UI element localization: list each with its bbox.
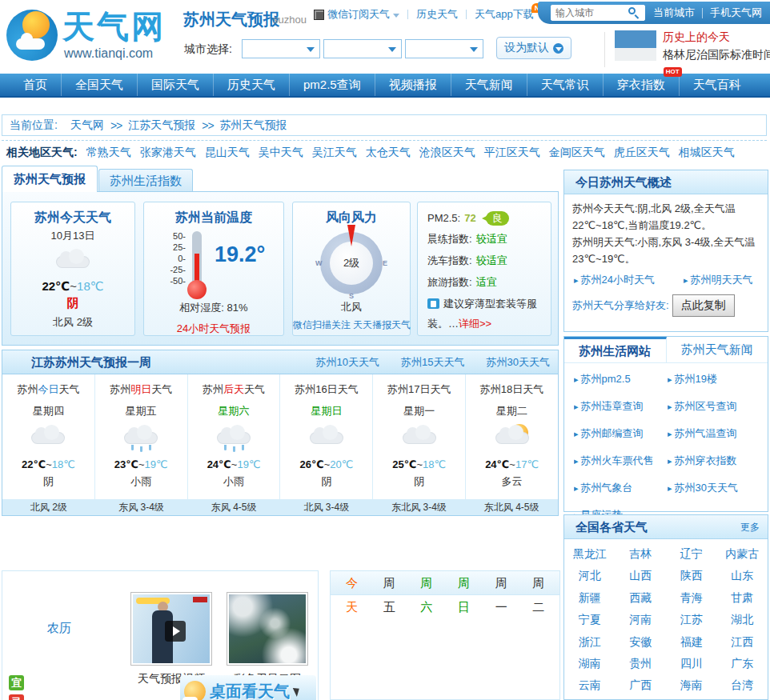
province-link[interactable]: 湖北 bbox=[717, 609, 768, 630]
province-link[interactable]: 辽宁 bbox=[666, 543, 717, 565]
province-link[interactable]: 江苏 bbox=[666, 609, 717, 630]
nav-item[interactable]: 全国天气 bbox=[62, 74, 138, 96]
forecast-day-column[interactable]: 苏州17日天气 星期一 25℃~18℃ 阴 bbox=[373, 374, 466, 499]
life-link[interactable]: 苏州区号查询 bbox=[668, 394, 761, 418]
tab-weather-forecast[interactable]: 苏州天气预报 bbox=[2, 166, 98, 192]
province-link[interactable]: 湖南 bbox=[564, 653, 616, 674]
day-tab[interactable]: 周六 bbox=[410, 571, 447, 594]
province-link[interactable]: 江西 bbox=[717, 631, 768, 653]
province-link[interactable]: 山东 bbox=[717, 565, 768, 586]
life-link[interactable]: 苏州30天天气 bbox=[668, 476, 761, 500]
district-select[interactable] bbox=[405, 39, 483, 58]
nav-item[interactable]: 视频播报 bbox=[375, 74, 451, 96]
forecast-day-column[interactable]: 苏州18日天气 星期二 24℃~17℃ 多云 bbox=[466, 374, 558, 499]
mobile-site-link[interactable]: 手机天气网 bbox=[710, 6, 762, 20]
tab-life-sites[interactable]: 苏州生活网站 bbox=[564, 337, 667, 362]
province-link[interactable]: 陕西 bbox=[666, 565, 717, 586]
forecast-day-column[interactable]: 苏州明日天气 星期五 23℃~19℃ 小雨 bbox=[95, 374, 188, 499]
province-link[interactable]: 山西 bbox=[616, 565, 667, 586]
history-weather-link[interactable]: 历史天气 bbox=[416, 7, 458, 22]
day-tab[interactable]: 周五 bbox=[373, 571, 411, 594]
province-link[interactable]: 安徽 bbox=[616, 631, 667, 653]
life-link[interactable]: 苏州邮编查询 bbox=[574, 422, 668, 446]
tab-life-index[interactable]: 苏州生活指数 bbox=[98, 169, 193, 192]
life-link[interactable]: 苏州pm2.5 bbox=[574, 367, 668, 391]
life-link[interactable]: 苏州火车票代售 bbox=[574, 449, 668, 473]
breadcrumb-link[interactable]: 苏州天气预报 bbox=[220, 118, 287, 133]
history-today-thumbnail[interactable] bbox=[615, 30, 656, 61]
satellite-thumbnail[interactable] bbox=[227, 592, 308, 666]
city-select[interactable] bbox=[323, 39, 402, 58]
nav-item[interactable]: 首页 bbox=[10, 74, 62, 96]
related-region-link[interactable]: 常熟天气 bbox=[86, 146, 131, 160]
current-city-link[interactable]: 当前城市 bbox=[653, 6, 695, 20]
life-link[interactable]: 苏州违章查询 bbox=[574, 394, 668, 418]
life-link[interactable]: 苏州19楼 bbox=[668, 367, 761, 391]
province-link[interactable]: 新疆 bbox=[564, 587, 616, 609]
province-link[interactable]: 吉林 bbox=[616, 543, 667, 565]
province-link[interactable]: 河北 bbox=[564, 565, 616, 586]
province-link[interactable]: 宁夏 bbox=[564, 609, 616, 630]
nav-item[interactable]: 天气常识 bbox=[527, 74, 604, 96]
province-link[interactable]: 广西 bbox=[616, 674, 667, 696]
province-link[interactable]: 福建 bbox=[666, 631, 717, 653]
life-link[interactable]: 苏州气温查询 bbox=[668, 422, 761, 446]
nav-item[interactable]: pm2.5查询 bbox=[290, 74, 375, 96]
copy-button[interactable]: 点此复制 bbox=[672, 294, 735, 317]
forecast-day-column[interactable]: 苏州今日天气 星期四 22℃~18℃ 阴 bbox=[2, 374, 95, 499]
province-link[interactable]: 贵州 bbox=[616, 653, 667, 674]
nav-item[interactable]: 天气新闻 bbox=[451, 74, 527, 96]
breadcrumb-link[interactable]: 天气网 bbox=[70, 118, 104, 133]
wechat-subscribe-link[interactable]: 微信订阅天气 bbox=[327, 7, 390, 22]
hourly-forecast-link[interactable]: 24小时天气预报 bbox=[177, 322, 251, 336]
province-link[interactable]: 河南 bbox=[616, 609, 667, 630]
related-region-link[interactable]: 相城区天气 bbox=[679, 146, 735, 160]
related-region-link[interactable]: 昆山天气 bbox=[205, 146, 250, 160]
day-tab[interactable]: 今天 bbox=[335, 571, 373, 594]
nav-item[interactable]: 天气百科 bbox=[680, 74, 755, 96]
weather-video-thumbnail[interactable] bbox=[130, 592, 212, 666]
detail-link[interactable]: 详细>> bbox=[459, 318, 491, 330]
site-url[interactable]: www.tianqi.com bbox=[64, 46, 153, 61]
province-link[interactable]: 内蒙古 bbox=[717, 543, 768, 565]
province-link[interactable]: 广东 bbox=[717, 653, 768, 674]
related-region-link[interactable]: 太仓天气 bbox=[366, 146, 411, 160]
extended-forecast-link[interactable]: 苏州10天天气 bbox=[316, 350, 379, 374]
overview-link[interactable]: 苏州明天天气 bbox=[684, 273, 753, 287]
nav-item[interactable]: 历史天气 bbox=[214, 74, 290, 96]
tab-weather-news[interactable]: 苏州天气新闻 bbox=[667, 337, 768, 362]
related-region-link[interactable]: 吴江天气 bbox=[312, 146, 357, 160]
day-tab[interactable]: 周一 bbox=[485, 571, 523, 594]
day-tab[interactable]: 周日 bbox=[447, 571, 485, 594]
app-download-link[interactable]: 天气app下载 bbox=[475, 7, 534, 22]
province-link[interactable]: 青海 bbox=[666, 587, 717, 609]
day-tab[interactable]: 周二 bbox=[522, 571, 559, 594]
related-region-link[interactable]: 沧浪区天气 bbox=[419, 146, 475, 160]
province-link[interactable]: 台湾 bbox=[717, 674, 768, 696]
city-search-input[interactable] bbox=[551, 5, 623, 21]
tianqi-logo-icon[interactable] bbox=[6, 10, 58, 61]
desktop-weather-banner[interactable]: 桌面看天气 bbox=[180, 675, 316, 700]
history-today-text[interactable]: 格林尼治国际标准时间 bbox=[663, 48, 770, 62]
forecast-day-column[interactable]: 苏州16日天气 星期日 26℃~20℃ 阴 bbox=[280, 374, 373, 499]
province-link[interactable]: 甘肃 bbox=[717, 587, 768, 609]
search-button[interactable] bbox=[623, 5, 645, 21]
province-link[interactable]: 黑龙江 bbox=[564, 543, 616, 565]
overview-link[interactable]: 苏州24小时天气 bbox=[574, 273, 655, 287]
related-region-link[interactable]: 吴中天气 bbox=[259, 146, 303, 160]
life-link[interactable]: 苏州气象台 bbox=[574, 476, 668, 500]
province-link[interactable]: 西藏 bbox=[616, 587, 667, 609]
related-region-link[interactable]: 金阊区天气 bbox=[549, 146, 605, 160]
province-link[interactable]: 浙江 bbox=[564, 631, 616, 653]
province-link[interactable]: 四川 bbox=[666, 653, 717, 674]
nav-item[interactable]: 国际天气 bbox=[138, 74, 214, 96]
play-icon[interactable] bbox=[165, 621, 186, 642]
extended-forecast-link[interactable]: 苏州15天天气 bbox=[401, 350, 464, 374]
province-link[interactable]: 海南 bbox=[666, 674, 717, 696]
extended-forecast-link[interactable]: 苏州30天天气 bbox=[487, 350, 550, 374]
related-region-link[interactable]: 虎丘区天气 bbox=[614, 146, 670, 160]
site-name[interactable]: 天气网 bbox=[62, 5, 166, 49]
nav-item[interactable]: 穿衣指数 HOT bbox=[604, 74, 680, 96]
province-select[interactable] bbox=[242, 39, 320, 58]
history-today-title[interactable]: 历史上的今天 bbox=[663, 30, 730, 45]
